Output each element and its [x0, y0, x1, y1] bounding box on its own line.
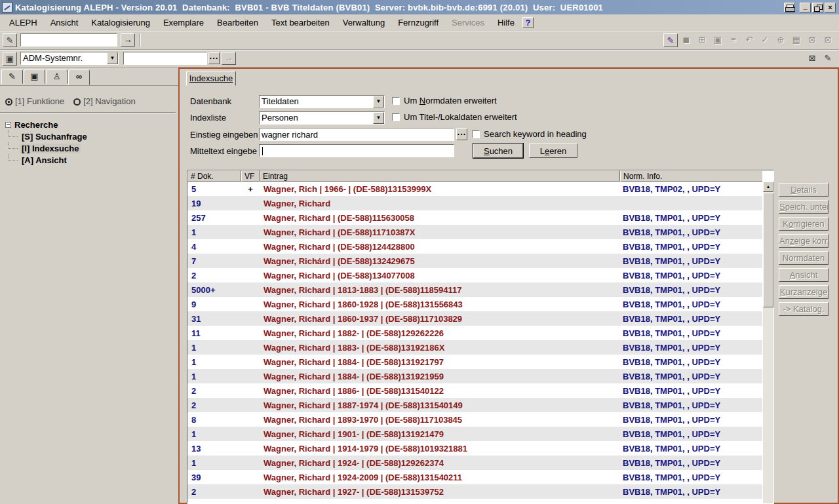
clear-button[interactable]: Leeren: [529, 144, 577, 158]
edit-record-icon[interactable]: ✎: [663, 33, 678, 47]
table-row[interactable]: 2Wagner, Richard | 1887-1974 | (DE-588)1…: [187, 398, 764, 412]
action-anzeige-korr-[interactable]: Anzeige korr.: [779, 234, 829, 248]
close-button[interactable]: ×: [825, 3, 836, 12]
tab-indexsuche[interactable]: Indexsuche: [186, 71, 236, 86]
chevron-down-icon[interactable]: ▼: [107, 52, 118, 64]
table-row[interactable]: 1Wagner, Richard | 1884- | (DE-588)13192…: [187, 369, 764, 383]
expand-template-icon[interactable]: ⊕: [773, 33, 788, 47]
lock-record-icon[interactable]: ◼: [679, 33, 693, 47]
close-all-records-icon[interactable]: ⊠: [821, 33, 835, 47]
menu-aleph[interactable]: ALEPH: [3, 16, 44, 29]
full-view-icon[interactable]: ≡: [726, 33, 741, 47]
action-details[interactable]: Details: [779, 183, 829, 197]
mode-radio-navigation[interactable]: [73, 98, 81, 106]
tab-items[interactable]: ▣: [24, 69, 45, 84]
item-bar-icon[interactable]: ▣: [3, 52, 17, 66]
search-button[interactable]: Suchen: [473, 144, 523, 158]
table-row[interactable]: 2Wagner, Richard | 1886- | (DE-588)13154…: [187, 383, 764, 398]
chevron-down-icon[interactable]: ▼: [373, 112, 384, 124]
menu-fernzugriff[interactable]: Fernzugriff: [391, 16, 445, 29]
col-header-dok[interactable]: # Dok.: [187, 170, 241, 182]
action-ansicht[interactable]: Ansicht: [779, 268, 829, 282]
collapse-icon[interactable]: [5, 122, 11, 128]
checkbox-icon[interactable]: [392, 113, 400, 121]
menu-ansicht[interactable]: Ansicht: [44, 16, 85, 29]
table-row[interactable]: 1Wagner, Richard | (DE-588)11710387XBVB1…: [187, 225, 764, 239]
checkbox-icon[interactable]: [472, 130, 480, 138]
entry-input[interactable]: [259, 128, 454, 141]
cb-titeldaten[interactable]: Um Titel-/Lokaldaten erweitert: [392, 112, 543, 122]
mode-label-navigation[interactable]: [2] Navigation: [83, 96, 136, 106]
record-bar-icon[interactable]: ✎: [3, 33, 17, 47]
record-go-button[interactable]: →: [121, 33, 135, 47]
check-record-icon[interactable]: ✓: [758, 33, 772, 47]
cb-normdaten[interactable]: Um Normdaten erweitert: [392, 96, 536, 106]
col-header-vf[interactable]: VF: [241, 170, 260, 182]
table-row[interactable]: 5+Wagner, Rich | 1966- | (DE-588)1315399…: [187, 182, 764, 196]
menu-katalogisierung[interactable]: Katalogisierung: [85, 16, 157, 29]
vertical-scrollbar[interactable]: ▲: [762, 182, 773, 503]
entry-browse-button[interactable]: ...: [456, 128, 467, 140]
index-select[interactable]: Personen ▼: [259, 111, 385, 125]
table-row[interactable]: 7Wagner, Richárd | (DE-588)132429675BVB1…: [187, 254, 764, 268]
menu-bearbeiten[interactable]: Bearbeiten: [210, 16, 265, 29]
dual-view-icon[interactable]: ▣: [711, 33, 725, 47]
table-row[interactable]: 1Wagner, Richard | 1924- | (DE-588)12926…: [187, 456, 764, 470]
table-row[interactable]: 9Wagner, Richard | 1860-1928 | (DE-588)1…: [187, 297, 764, 311]
minimize-button[interactable]: _: [800, 3, 811, 12]
print-button[interactable]: [784, 3, 795, 12]
action-speich-unter[interactable]: Speich. unter: [779, 200, 829, 214]
menu-hilfe[interactable]: Hilfe: [491, 16, 521, 29]
tree-item-iindexsuche[interactable]: [I] Indexsuche: [5, 142, 176, 154]
table-row[interactable]: 8Wagner, Richard | 1893-1970 | (DE-588)1…: [187, 412, 764, 427]
mode-radio-funktionen[interactable]: [5, 98, 12, 106]
tab-trigger[interactable]: ♙: [46, 69, 68, 84]
tree-item-aansicht[interactable]: [A] Ansicht: [5, 154, 176, 166]
table-row[interactable]: 2Wagner, Richard | (DE-588)134077008BVB1…: [187, 268, 764, 282]
middle-input[interactable]: [259, 144, 454, 157]
col-header-norm[interactable]: Norm. Info.: [620, 170, 764, 182]
menu-verwaltung[interactable]: Verwaltung: [336, 16, 391, 29]
scroll-thumb[interactable]: [763, 193, 773, 307]
close-record-icon[interactable]: ⊠: [805, 33, 819, 47]
tab-search[interactable]: ∞: [68, 69, 90, 85]
mode-label-funktionen[interactable]: [1] Funktione: [15, 96, 64, 106]
restore-record-icon[interactable]: ↶: [742, 33, 756, 47]
table-row[interactable]: 11Wagner, Richard | 1882- | (DE-588)1292…: [187, 326, 764, 340]
cb-keyword[interactable]: Search keyword in heading: [472, 129, 591, 139]
record-tree-icon[interactable]: ⊞: [695, 33, 709, 47]
checkbox-icon[interactable]: [392, 97, 400, 105]
tree-root[interactable]: Recherche: [5, 119, 176, 130]
db-select[interactable]: Titeldaten ▼: [259, 95, 385, 108]
help-icon[interactable]: ?: [522, 17, 534, 28]
item-selector[interactable]: ADM-Systemnr. ▼: [20, 52, 119, 65]
action--katalog-[interactable]: -> Katalog.: [779, 302, 829, 316]
save-on-server-icon[interactable]: ▦: [789, 33, 804, 47]
chevron-down-icon[interactable]: ▼: [373, 96, 384, 107]
action-kurzanzeige[interactable]: Kurzanzeige: [779, 285, 829, 299]
item-quick-input[interactable]: [123, 52, 207, 65]
item-browse-button[interactable]: ...: [208, 52, 220, 64]
menu-text-bearbeiten[interactable]: Text bearbeiten: [265, 16, 336, 29]
tree-item-ssuchanfrage[interactable]: [S] Suchanfrage: [5, 130, 176, 142]
table-row[interactable]: 31Wagner, Richard | 1860-1937 | (DE-588)…: [187, 311, 764, 326]
scroll-up-icon[interactable]: ▲: [763, 182, 773, 192]
menu-services[interactable]: Services: [445, 16, 491, 29]
table-row[interactable]: 19Wagner, Richard: [187, 196, 764, 210]
tab-cataloging[interactable]: ✎: [1, 69, 23, 84]
table-row[interactable]: 4Wagner, Richard | (DE-588)124428800BVB1…: [187, 239, 764, 254]
record-quick-input[interactable]: [20, 33, 117, 47]
table-row[interactable]: 5000+Wagner, Richard | 1813-1883 | (DE-5…: [187, 282, 764, 297]
table-row[interactable]: 1Wagner, Richard | 1883- | (DE-588)13192…: [187, 340, 764, 355]
action-korrigieren[interactable]: Korrigieren: [779, 217, 829, 231]
table-row[interactable]: 1Wagner, Richard | 1901- | (DE-588)13192…: [187, 427, 764, 441]
action-normdaten[interactable]: Normdaten: [779, 251, 829, 265]
table-row[interactable]: 1Wagner, Richard | 1884- | (DE-588)13192…: [187, 355, 764, 369]
table-row[interactable]: 257Wagner, Richard | (DE-588)115630058BV…: [187, 210, 764, 225]
table-row[interactable]: 39Wagner, Richard | 1924-2009 | (DE-588)…: [187, 470, 764, 484]
edit-record-icon[interactable]: ✎: [821, 52, 835, 66]
item-go-button[interactable]: →: [222, 52, 236, 65]
menu-exemplare[interactable]: Exemplare: [157, 16, 210, 29]
close-record-icon[interactable]: ⊠: [805, 52, 819, 66]
restore-button[interactable]: [812, 3, 823, 12]
